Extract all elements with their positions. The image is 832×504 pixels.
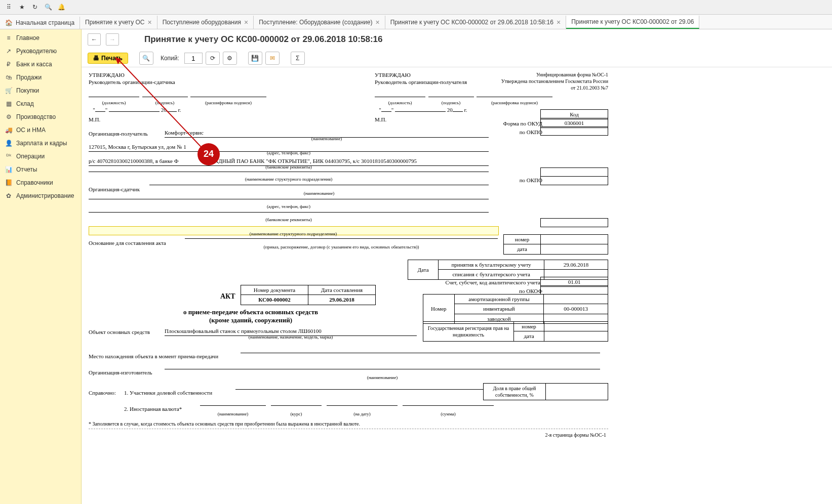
sidebar-item-bank[interactable]: ₽Банк и касса xyxy=(0,58,81,71)
save-button[interactable]: 💾 xyxy=(248,52,262,65)
print-button[interactable]: 🖶Печать xyxy=(88,53,128,64)
doc-header: ← → Принятие к учету ОС КС00-000002 от 2… xyxy=(82,29,832,50)
close-icon[interactable]: × xyxy=(148,18,152,26)
sidebar-item-sales[interactable]: 🛍Продажи xyxy=(0,71,81,84)
apps-icon[interactable]: ⠿ xyxy=(3,2,14,13)
tab-item[interactable]: Принятие к учету ОС× xyxy=(80,16,157,29)
person-icon: 👤 xyxy=(5,140,12,147)
tab-bar: 🏠Начальная страница Принятие к учету ОС×… xyxy=(0,15,832,29)
print-toolbar: 🖶Печать 🔍 Копий: ⟳ ⚙ 💾 ✉ Σ xyxy=(82,50,832,67)
sidebar-item-assets[interactable]: 🚚ОС и НМА xyxy=(0,123,81,137)
preview-button[interactable]: 🔍 xyxy=(139,52,153,65)
tab-item[interactable]: Поступление: Оборудование (создание)× xyxy=(254,16,385,29)
tab-item-active[interactable]: Принятие к учету ОС КС00-000002 от 29.06 xyxy=(566,16,699,29)
settings-button[interactable]: ⚙ xyxy=(223,52,237,65)
page-footer: 2-я страница формы №ОС-1 xyxy=(545,432,606,438)
page-title: Принятие к учету ОС КС00-000002 от 29.06… xyxy=(144,34,382,45)
history-icon[interactable]: ↻ xyxy=(29,2,41,13)
sidebar-item-operations[interactable]: ᴰᵏОперации xyxy=(0,150,81,163)
forward-button[interactable]: → xyxy=(106,33,119,46)
home-icon: 🏠 xyxy=(5,19,13,26)
nav-sidebar: ≡Главное ↗Руководителю ₽Банк и касса 🛍Пр… xyxy=(0,29,82,504)
close-icon[interactable]: × xyxy=(557,18,561,26)
star-icon[interactable]: ★ xyxy=(16,2,27,13)
bag-icon: 🛍 xyxy=(5,74,12,81)
approve-right: УТВЕРЖДАЮ Руководитель организации-получ… xyxy=(375,71,467,86)
sidebar-item-warehouse[interactable]: ▦Склад xyxy=(0,97,81,110)
close-icon[interactable]: × xyxy=(244,18,248,26)
chart-icon: ↗ xyxy=(5,48,12,55)
tab-home[interactable]: 🏠Начальная страница xyxy=(0,17,80,29)
bell-icon[interactable]: 🔔 xyxy=(56,2,67,13)
sidebar-item-admin[interactable]: ✿Администрирование xyxy=(0,189,81,202)
system-toolbar: ⠿ ★ ↻ 🔍 🔔 xyxy=(0,0,832,15)
sidebar-item-reports[interactable]: 📊Отчеты xyxy=(0,163,81,176)
grid-icon: ▦ xyxy=(5,100,12,107)
spinner-button[interactable]: ⟳ xyxy=(206,52,220,65)
gear-icon: ⚙ xyxy=(5,113,12,120)
book-icon: 📙 xyxy=(5,179,12,186)
search-icon[interactable]: 🔍 xyxy=(43,2,54,13)
menu-icon: ≡ xyxy=(5,34,12,41)
bars-icon: 📊 xyxy=(5,166,12,173)
back-button[interactable]: ← xyxy=(88,33,101,46)
copies-label: Копий: xyxy=(161,55,179,62)
copies-input[interactable] xyxy=(184,53,203,64)
settings-icon: ✿ xyxy=(5,192,12,199)
sidebar-item-hr[interactable]: 👤Зарплата и кадры xyxy=(0,137,81,150)
email-button[interactable]: ✉ xyxy=(265,52,280,65)
form-info: Унифицированная форма №ОС-1 Утверждена п… xyxy=(501,71,608,91)
sidebar-item-refs[interactable]: 📙Справочники xyxy=(0,176,81,189)
sum-button[interactable]: Σ xyxy=(291,52,305,65)
dk-icon: ᴰᵏ xyxy=(5,153,12,160)
callout-badge: 24 xyxy=(197,143,220,165)
sidebar-item-manager[interactable]: ↗Руководителю xyxy=(0,45,81,58)
main-panel: ← → Принятие к учету ОС КС00-000002 от 2… xyxy=(82,29,832,504)
approve-left: УТВЕРЖДАЮ Руководитель организации-сдатч… xyxy=(89,71,175,86)
sidebar-item-main[interactable]: ≡Главное xyxy=(0,31,81,45)
tab-item[interactable]: Принятие к учету ОС КС00-000002 от 29.06… xyxy=(385,16,567,29)
sidebar-item-purchases[interactable]: 🛒Покупки xyxy=(0,84,81,97)
printer-icon: 🖶 xyxy=(93,55,99,62)
sidebar-item-production[interactable]: ⚙Производство xyxy=(0,110,81,123)
close-icon[interactable]: × xyxy=(375,18,379,26)
tab-item[interactable]: Поступление оборудования× xyxy=(157,16,254,29)
truck-icon: 🚚 xyxy=(5,127,12,134)
ruble-icon: ₽ xyxy=(5,61,12,68)
cart-icon: 🛒 xyxy=(5,87,12,94)
